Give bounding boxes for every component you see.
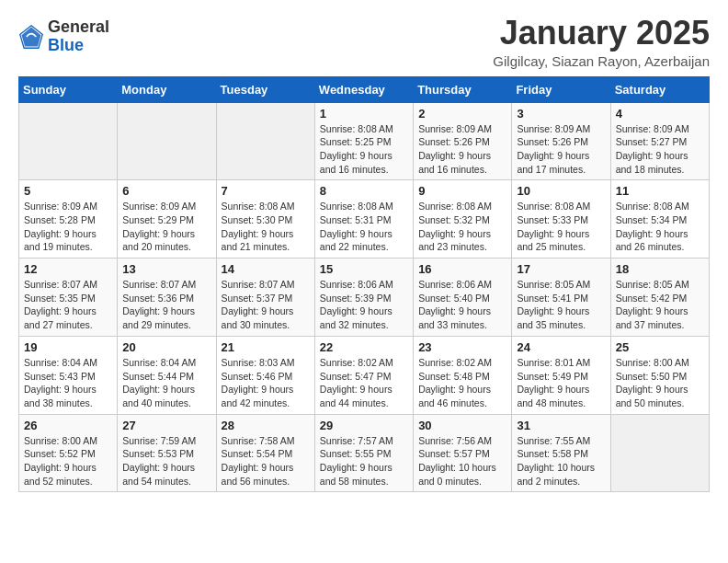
weekday-header-row: SundayMondayTuesdayWednesdayThursdayFrid… <box>19 76 710 102</box>
calendar-table: SundayMondayTuesdayWednesdayThursdayFrid… <box>18 76 710 493</box>
logo: General Blue <box>18 18 109 55</box>
calendar-subtitle: Gilgilcay, Siazan Rayon, Azerbaijan <box>493 53 710 69</box>
day-info: Sunrise: 8:09 AM Sunset: 5:26 PM Dayligh… <box>418 122 506 177</box>
day-number: 30 <box>418 419 506 432</box>
day-info: Sunrise: 8:02 AM Sunset: 5:48 PM Dayligh… <box>418 356 506 410</box>
calendar-title: January 2025 <box>493 15 710 52</box>
weekday-sunday: Sunday <box>19 76 118 102</box>
logo-icon <box>18 24 44 50</box>
calendar-cell: 24Sunrise: 8:01 AM Sunset: 5:49 PM Dayli… <box>512 336 610 414</box>
day-info: Sunrise: 8:04 AM Sunset: 5:43 PM Dayligh… <box>24 356 112 410</box>
calendar-cell <box>216 102 314 180</box>
calendar-cell: 3Sunrise: 8:09 AM Sunset: 5:26 PM Daylig… <box>512 102 610 180</box>
day-info: Sunrise: 8:05 AM Sunset: 5:42 PM Dayligh… <box>616 278 704 332</box>
day-number: 4 <box>616 107 704 121</box>
day-info: Sunrise: 7:59 AM Sunset: 5:53 PM Dayligh… <box>122 434 210 488</box>
day-number: 28 <box>222 419 310 432</box>
svg-marker-0 <box>22 27 41 46</box>
calendar-cell: 28Sunrise: 7:58 AM Sunset: 5:54 PM Dayli… <box>216 414 314 492</box>
day-info: Sunrise: 8:08 AM Sunset: 5:33 PM Dayligh… <box>517 200 605 254</box>
week-row-4: 19Sunrise: 8:04 AM Sunset: 5:43 PM Dayli… <box>19 336 710 414</box>
day-info: Sunrise: 8:07 AM Sunset: 5:37 PM Dayligh… <box>222 278 310 332</box>
day-number: 12 <box>24 262 112 276</box>
calendar-cell: 6Sunrise: 8:09 AM Sunset: 5:29 PM Daylig… <box>118 180 216 259</box>
title-block: January 2025 Gilgilcay, Siazan Rayon, Az… <box>493 15 710 69</box>
day-number: 6 <box>122 184 210 198</box>
day-number: 2 <box>418 107 506 121</box>
calendar-cell: 31Sunrise: 7:55 AM Sunset: 5:58 PM Dayli… <box>512 414 610 492</box>
day-number: 13 <box>122 262 210 276</box>
day-number: 31 <box>517 419 605 432</box>
calendar-cell: 22Sunrise: 8:02 AM Sunset: 5:47 PM Dayli… <box>314 336 413 414</box>
day-info: Sunrise: 8:08 AM Sunset: 5:34 PM Dayligh… <box>616 200 704 254</box>
day-number: 20 <box>122 340 210 354</box>
calendar-cell: 25Sunrise: 8:00 AM Sunset: 5:50 PM Dayli… <box>610 336 709 414</box>
day-number: 21 <box>222 340 310 354</box>
week-row-2: 5Sunrise: 8:09 AM Sunset: 5:28 PM Daylig… <box>19 180 710 259</box>
day-info: Sunrise: 8:09 AM Sunset: 5:28 PM Dayligh… <box>24 200 112 254</box>
calendar-cell: 23Sunrise: 8:02 AM Sunset: 5:48 PM Dayli… <box>414 336 512 414</box>
weekday-friday: Friday <box>512 76 610 102</box>
calendar-cell: 2Sunrise: 8:09 AM Sunset: 5:26 PM Daylig… <box>414 102 512 180</box>
day-number: 26 <box>24 419 112 432</box>
day-info: Sunrise: 8:04 AM Sunset: 5:44 PM Dayligh… <box>122 356 210 410</box>
day-number: 29 <box>320 419 408 432</box>
day-number: 17 <box>517 262 605 276</box>
calendar-cell: 7Sunrise: 8:08 AM Sunset: 5:30 PM Daylig… <box>216 180 314 259</box>
calendar-cell: 10Sunrise: 8:08 AM Sunset: 5:33 PM Dayli… <box>512 180 610 259</box>
page: General Blue January 2025 Gilgilcay, Sia… <box>0 0 728 507</box>
week-row-1: 1Sunrise: 8:08 AM Sunset: 5:25 PM Daylig… <box>19 102 710 180</box>
calendar-cell <box>610 414 709 492</box>
calendar-cell: 1Sunrise: 8:08 AM Sunset: 5:25 PM Daylig… <box>314 102 413 180</box>
weekday-tuesday: Tuesday <box>216 76 314 102</box>
day-number: 8 <box>320 184 408 198</box>
calendar-cell: 13Sunrise: 8:07 AM Sunset: 5:36 PM Dayli… <box>118 259 216 337</box>
day-info: Sunrise: 8:06 AM Sunset: 5:40 PM Dayligh… <box>418 278 506 332</box>
calendar-cell: 29Sunrise: 7:57 AM Sunset: 5:55 PM Dayli… <box>314 414 413 492</box>
day-info: Sunrise: 8:09 AM Sunset: 5:26 PM Dayligh… <box>517 122 605 177</box>
day-info: Sunrise: 8:05 AM Sunset: 5:41 PM Dayligh… <box>517 278 605 332</box>
day-number: 7 <box>222 184 310 198</box>
day-info: Sunrise: 8:00 AM Sunset: 5:50 PM Dayligh… <box>616 356 704 410</box>
day-info: Sunrise: 8:09 AM Sunset: 5:29 PM Dayligh… <box>122 200 210 254</box>
day-number: 25 <box>616 340 704 354</box>
day-number: 27 <box>122 419 210 432</box>
day-info: Sunrise: 8:06 AM Sunset: 5:39 PM Dayligh… <box>320 278 408 332</box>
day-info: Sunrise: 7:57 AM Sunset: 5:55 PM Dayligh… <box>320 434 408 488</box>
logo-text: General Blue <box>48 18 109 55</box>
calendar-cell: 16Sunrise: 8:06 AM Sunset: 5:40 PM Dayli… <box>414 259 512 337</box>
day-info: Sunrise: 7:58 AM Sunset: 5:54 PM Dayligh… <box>222 434 310 488</box>
day-number: 9 <box>418 184 506 198</box>
calendar-cell: 27Sunrise: 7:59 AM Sunset: 5:53 PM Dayli… <box>118 414 216 492</box>
weekday-wednesday: Wednesday <box>314 76 413 102</box>
calendar-cell: 15Sunrise: 8:06 AM Sunset: 5:39 PM Dayli… <box>314 259 413 337</box>
day-number: 16 <box>418 262 506 276</box>
calendar-cell: 4Sunrise: 8:09 AM Sunset: 5:27 PM Daylig… <box>610 102 709 180</box>
calendar-cell <box>118 102 216 180</box>
logo-blue-text: Blue <box>48 37 109 55</box>
day-info: Sunrise: 8:01 AM Sunset: 5:49 PM Dayligh… <box>517 356 605 410</box>
calendar-cell: 12Sunrise: 8:07 AM Sunset: 5:35 PM Dayli… <box>19 259 118 337</box>
day-number: 19 <box>24 340 112 354</box>
day-info: Sunrise: 8:07 AM Sunset: 5:35 PM Dayligh… <box>24 278 112 332</box>
calendar-cell: 21Sunrise: 8:03 AM Sunset: 5:46 PM Dayli… <box>216 336 314 414</box>
day-info: Sunrise: 8:09 AM Sunset: 5:27 PM Dayligh… <box>616 122 704 177</box>
day-number: 3 <box>517 107 605 121</box>
day-number: 18 <box>616 262 704 276</box>
day-number: 14 <box>222 262 310 276</box>
day-info: Sunrise: 8:08 AM Sunset: 5:31 PM Dayligh… <box>320 200 408 254</box>
calendar-cell: 5Sunrise: 8:09 AM Sunset: 5:28 PM Daylig… <box>19 180 118 259</box>
day-info: Sunrise: 7:56 AM Sunset: 5:57 PM Dayligh… <box>418 434 506 488</box>
calendar-cell: 18Sunrise: 8:05 AM Sunset: 5:42 PM Dayli… <box>610 259 709 337</box>
day-number: 23 <box>418 340 506 354</box>
day-info: Sunrise: 8:02 AM Sunset: 5:47 PM Dayligh… <box>320 356 408 410</box>
day-info: Sunrise: 8:08 AM Sunset: 5:30 PM Dayligh… <box>222 200 310 254</box>
calendar-cell: 9Sunrise: 8:08 AM Sunset: 5:32 PM Daylig… <box>414 180 512 259</box>
weekday-monday: Monday <box>118 76 216 102</box>
calendar-cell: 19Sunrise: 8:04 AM Sunset: 5:43 PM Dayli… <box>19 336 118 414</box>
day-info: Sunrise: 8:08 AM Sunset: 5:25 PM Dayligh… <box>320 122 408 177</box>
calendar-cell: 20Sunrise: 8:04 AM Sunset: 5:44 PM Dayli… <box>118 336 216 414</box>
day-info: Sunrise: 8:00 AM Sunset: 5:52 PM Dayligh… <box>24 434 112 488</box>
logo-general-text: General <box>48 18 109 37</box>
weekday-saturday: Saturday <box>610 76 709 102</box>
